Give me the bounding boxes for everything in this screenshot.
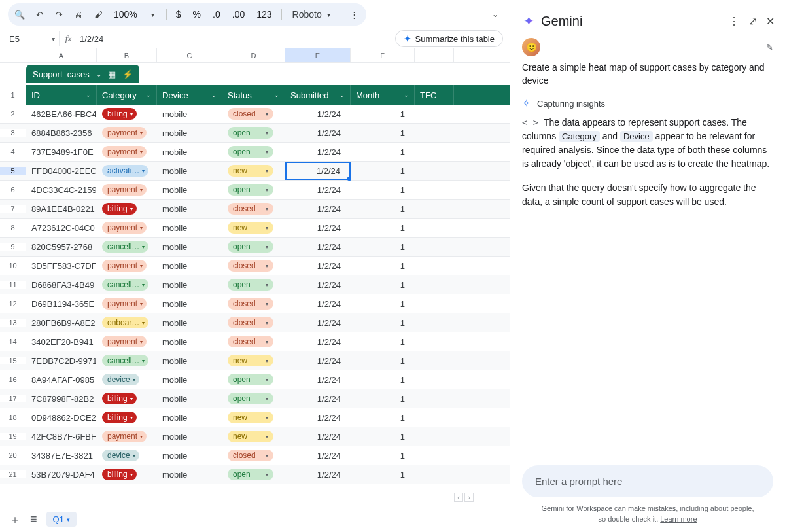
cell-device[interactable]: mobile — [157, 275, 222, 294]
cell-device[interactable]: mobile — [157, 162, 222, 180]
close-icon[interactable]: ✕ — [766, 15, 775, 27]
row-number[interactable]: 16 — [0, 376, 26, 383]
cell-category[interactable]: billing▾ — [97, 200, 157, 218]
cell-device[interactable]: mobile — [157, 294, 222, 313]
cell-tfc[interactable] — [415, 143, 454, 161]
cell-submitted[interactable]: 1/2/24 — [285, 105, 351, 123]
cell-device[interactable]: mobile — [157, 313, 222, 332]
row-number[interactable]: 10 — [0, 262, 26, 270]
cell-month[interactable]: 1 — [351, 446, 415, 465]
table-row[interactable]: 5FFD04000-2EECactivati…▾mobilenew▾1/2/24… — [0, 162, 510, 181]
table-row[interactable]: 177C87998F-82B2billing▾mobileopen▾1/2/24… — [0, 389, 510, 408]
cell-submitted[interactable]: 1/2/24 — [285, 181, 351, 199]
cell-tfc[interactable] — [415, 370, 454, 389]
table-row[interactable]: 8A723612C-04C0payment▾mobilenew▾1/2/241 — [0, 219, 510, 238]
cell-tfc[interactable] — [415, 238, 454, 256]
cell-month[interactable]: 1 — [351, 465, 415, 484]
cell-reference-input[interactable]: E5 ▾ — [0, 34, 59, 44]
cell-month[interactable]: 1 — [351, 427, 415, 446]
cell-month[interactable]: 1 — [351, 408, 415, 427]
cell-tfc[interactable] — [415, 427, 454, 446]
cell-month[interactable]: 1 — [351, 275, 415, 294]
category-pill[interactable]: payment▾ — [102, 298, 147, 310]
row-number[interactable]: 5 — [0, 167, 26, 175]
cell-submitted[interactable]: 1/2/24 — [285, 389, 351, 408]
row-number[interactable]: 8 — [0, 224, 26, 232]
cell-id[interactable]: 53B72079-DAF4 — [26, 465, 97, 484]
cell-id[interactable]: A723612C-04C0 — [26, 219, 97, 237]
cell-id[interactable]: 0D948862-DCE2 — [26, 408, 97, 427]
cell-category[interactable]: payment▾ — [97, 257, 157, 275]
table-row[interactable]: 168A94AFAF-0985device▾mobileopen▾1/2/241 — [0, 370, 510, 389]
cell-tfc[interactable] — [415, 124, 454, 142]
cell-status[interactable]: open▾ — [222, 238, 285, 256]
status-pill[interactable]: open▾ — [228, 241, 273, 253]
cell-submitted[interactable]: 1/2/24 — [285, 408, 351, 427]
category-pill[interactable]: cancell…▾ — [102, 241, 148, 253]
cell-category[interactable]: onboar…▾ — [97, 313, 157, 332]
row-number[interactable]: 9 — [0, 243, 26, 251]
cell-status[interactable]: closed▾ — [222, 105, 285, 123]
cell-submitted[interactable]: 1/2/24 — [285, 313, 351, 332]
category-pill[interactable]: billing▾ — [102, 393, 137, 404]
status-pill[interactable]: open▾ — [228, 374, 273, 385]
cell-id[interactable]: D69B1194-365E — [26, 294, 97, 313]
add-sheet-icon[interactable]: ＋ — [9, 512, 21, 527]
cell-tfc[interactable] — [415, 162, 454, 180]
cell-category[interactable]: payment▾ — [97, 143, 157, 161]
cell-category[interactable]: cancell…▾ — [97, 238, 157, 256]
cell-submitted[interactable]: 1/2/24 — [285, 351, 351, 370]
all-sheets-icon[interactable]: ≡ — [30, 512, 37, 526]
cell-id[interactable]: 8A94AFAF-0985 — [26, 370, 97, 389]
cell-id[interactable]: 3402EF20-B941 — [26, 332, 97, 351]
cell-device[interactable]: mobile — [157, 219, 222, 237]
table-row[interactable]: 12D69B1194-365Epayment▾mobileclosed▾1/2/… — [0, 294, 510, 313]
row-number[interactable]: 17 — [0, 395, 26, 402]
table-row[interactable]: 1942FC8B7F-6FBFpayment▾mobilenew▾1/2/241 — [0, 427, 510, 446]
category-pill[interactable]: activati…▾ — [102, 165, 148, 177]
edit-icon[interactable]: ✎ — [766, 43, 773, 52]
table-row[interactable]: 2462BEA66-FBC4billing▾mobileclosed▾1/2/2… — [0, 105, 510, 124]
table-row[interactable]: 2153B72079-DAF4billing▾mobileopen▾1/2/24… — [0, 465, 510, 484]
row-number[interactable]: 12 — [0, 300, 26, 308]
category-pill[interactable]: payment▾ — [102, 222, 147, 234]
more-options-icon[interactable]: ⋮ — [729, 15, 739, 27]
category-pill[interactable]: cancell…▾ — [102, 279, 148, 291]
status-pill[interactable]: open▾ — [228, 127, 273, 139]
cell-id[interactable]: 280FB6B9-A8E2 — [26, 313, 97, 332]
status-pill[interactable]: open▾ — [228, 279, 273, 291]
summarize-table-button[interactable]: ✦ Summarize this table — [395, 30, 503, 47]
header-tfc[interactable]: TFC — [415, 85, 454, 105]
cell-month[interactable]: 1 — [351, 238, 415, 256]
table-row[interactable]: 2034387E7E-3821device▾mobileclosed▾1/2/2… — [0, 446, 510, 465]
cell-month[interactable]: 1 — [351, 294, 415, 313]
status-pill[interactable]: new▾ — [228, 412, 273, 423]
prompt-input[interactable]: Enter a prompt here — [522, 465, 773, 497]
table-grid-icon[interactable]: ▦ — [108, 69, 116, 79]
cell-submitted[interactable]: 1/2/24 — [285, 238, 351, 256]
cell-month[interactable]: 1 — [351, 351, 415, 370]
status-pill[interactable]: closed▾ — [228, 203, 273, 215]
status-pill[interactable]: closed▾ — [228, 336, 273, 347]
category-pill[interactable]: payment▾ — [102, 127, 147, 139]
cell-category[interactable]: activati…▾ — [97, 162, 157, 180]
learn-more-link[interactable]: Learn more — [660, 515, 697, 523]
row-number[interactable]: 7 — [0, 205, 26, 213]
cell-month[interactable]: 1 — [351, 219, 415, 237]
status-pill[interactable]: new▾ — [228, 431, 273, 442]
nav-prev-icon[interactable]: ‹ — [454, 493, 463, 502]
cell-month[interactable]: 1 — [351, 181, 415, 199]
row-number[interactable]: 3 — [0, 129, 26, 137]
cell-device[interactable]: mobile — [157, 427, 222, 446]
category-pill[interactable]: device▾ — [102, 374, 139, 385]
cell-submitted[interactable]: 1/2/24 — [285, 370, 351, 389]
cell-id[interactable]: 7C87998F-82B2 — [26, 389, 97, 408]
row-number[interactable]: 14 — [0, 338, 26, 346]
lightning-icon[interactable]: ⚡ — [122, 69, 133, 79]
cell-category[interactable]: billing▾ — [97, 389, 157, 408]
cell-id[interactable]: 3D5FF583-C7DF — [26, 257, 97, 275]
more-options-icon[interactable]: ⋮ — [348, 8, 361, 21]
cell-tfc[interactable] — [415, 257, 454, 275]
cell-submitted[interactable]: 1/2/24 — [285, 143, 351, 161]
header-month[interactable]: Month⌄ — [351, 85, 415, 105]
